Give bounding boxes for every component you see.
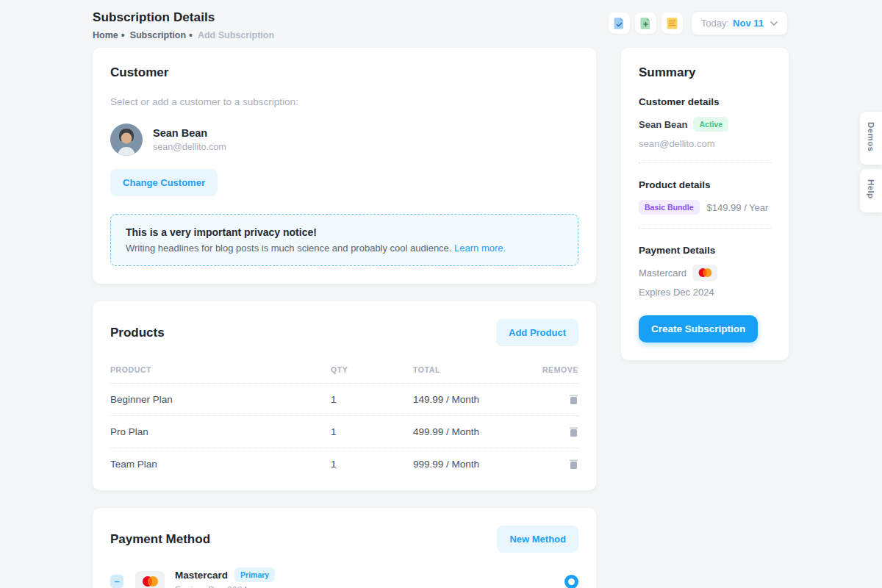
customer-card: Customer Select or add a customer to a s… (93, 48, 596, 284)
remove-product-button[interactable] (542, 426, 578, 437)
products-card: Products Add Product PRODUCT QTY TOTAL R… (93, 301, 596, 490)
new-method-button[interactable]: New Method (497, 526, 578, 553)
product-total: 999.99 / Month (413, 459, 542, 470)
product-name: Pro Plan (110, 426, 331, 437)
trash-icon (569, 426, 578, 437)
trash-icon (569, 459, 578, 470)
summary-divider (639, 228, 771, 229)
privacy-notice: This is a very important privacy notice!… (110, 214, 578, 266)
product-total: 149.99 / Month (413, 394, 542, 405)
method-info: Mastercard Primary Expires Dec 2024 (175, 567, 275, 588)
help-tab[interactable]: Help (860, 169, 882, 212)
breadcrumb-separator: • (121, 30, 125, 40)
page-header: Subscription Details Home• Subscription•… (93, 10, 274, 40)
product-qty: 1 (331, 394, 413, 405)
breadcrumb-separator: • (189, 30, 193, 40)
change-customer-button[interactable]: Change Customer (110, 169, 218, 196)
document-add-button[interactable] (635, 12, 656, 34)
customer-card-title: Customer (110, 65, 578, 80)
method-selected-radio[interactable] (564, 575, 578, 588)
main-column: Customer Select or add a customer to a s… (93, 48, 596, 588)
chevron-down-icon (770, 21, 778, 26)
payment-method-card: Payment Method New Method – Mastercard P… (93, 508, 596, 588)
privacy-notice-body: Writing headlines for blog posts is much… (126, 243, 563, 254)
customer-card-subtitle: Select or add a customer to a subscripti… (110, 96, 578, 107)
customer-identity: Sean Bean sean@dellito.com (153, 127, 226, 152)
demos-tab[interactable]: Demos (860, 112, 882, 165)
remove-product-button[interactable] (542, 459, 578, 470)
privacy-notice-text: Writing headlines for blog posts is much… (126, 243, 451, 254)
products-card-title: Products (110, 326, 165, 340)
column-remove: REMOVE (542, 365, 578, 374)
customer-row: Sean Bean sean@dellito.com (110, 123, 578, 156)
breadcrumb-home[interactable]: Home (93, 30, 118, 40)
summary-payment-expires: Expires Dec 2024 (639, 287, 771, 298)
column-product: PRODUCT (110, 365, 331, 374)
summary-card: Summary Customer details Sean Bean Activ… (621, 48, 789, 360)
product-name: Team Plan (110, 459, 331, 470)
summary-customer-name: Sean Bean (639, 119, 687, 130)
summary-divider (639, 162, 771, 163)
products-table-header: PRODUCT QTY TOTAL REMOVE (110, 365, 578, 384)
method-brand: Mastercard (175, 570, 228, 581)
mastercard-icon (135, 571, 165, 588)
page-title: Subscription Details (93, 10, 274, 25)
breadcrumb: Home• Subscription• Add Subscription (93, 30, 274, 40)
demos-tab-label: Demos (867, 122, 875, 151)
customer-email: sean@dellito.com (153, 142, 226, 152)
summary-customer-heading: Customer details (639, 96, 771, 107)
customer-avatar (110, 123, 143, 156)
page: Subscription Details Home• Subscription•… (0, 0, 882, 588)
summary-customer-email: sean@dellito.com (639, 138, 771, 149)
document-add-icon (640, 17, 651, 29)
column-total: TOTAL (413, 365, 542, 374)
table-row: Beginner Plan 1 149.99 / Month (110, 384, 578, 416)
primary-badge: Primary (234, 567, 275, 582)
summary-payment-brand: Mastercard (639, 268, 686, 279)
document-check-button[interactable] (609, 12, 630, 34)
product-qty: 1 (331, 459, 413, 470)
bundle-badge: Basic Bundle (639, 200, 700, 215)
payment-card-title: Payment Method (110, 532, 210, 547)
toolbar: Today: Nov 11 (609, 11, 788, 35)
today-label: Today: (701, 18, 729, 29)
table-row: Pro Plan 1 499.99 / Month (110, 416, 578, 448)
today-value: Nov 11 (733, 18, 764, 29)
document-check-icon (614, 17, 625, 29)
edge-tabs: Demos Help (860, 112, 882, 212)
products-table: PRODUCT QTY TOTAL REMOVE Beginner Plan 1… (110, 365, 578, 473)
table-row: Team Plan 1 999.99 / Month (110, 448, 578, 473)
bundle-price: $149.99 / Year (707, 202, 769, 213)
date-selector[interactable]: Today: Nov 11 (691, 11, 788, 35)
collapse-method-button[interactable]: – (110, 575, 123, 588)
column-qty: QTY (331, 365, 413, 374)
product-name: Beginner Plan (110, 394, 331, 405)
remove-product-button[interactable] (542, 394, 578, 405)
method-expires: Expires Dec 2024 (175, 585, 275, 588)
summary-payment-heading: Payment Details (639, 245, 771, 256)
mastercard-icon (692, 265, 717, 281)
breadcrumb-add-subscription: Add Subscription (198, 30, 274, 40)
document-lines-icon (667, 17, 678, 29)
breadcrumb-subscription[interactable]: Subscription (130, 30, 186, 40)
help-tab-label: Help (867, 179, 875, 199)
learn-more-link[interactable]: Learn more. (454, 243, 506, 254)
privacy-notice-title: This is a very important privacy notice! (126, 226, 563, 238)
summary-title: Summary (639, 65, 771, 80)
document-lines-button[interactable] (662, 12, 683, 34)
summary-product-heading: Product details (639, 179, 771, 190)
product-total: 499.99 / Month (413, 426, 542, 437)
customer-name: Sean Bean (153, 127, 226, 139)
create-subscription-button[interactable]: Create Subscription (639, 315, 758, 343)
trash-icon (569, 394, 578, 405)
active-status-badge: Active (693, 117, 728, 132)
payment-method-row: – Mastercard Primary Expires Dec 2024 (110, 567, 578, 588)
product-qty: 1 (331, 426, 413, 437)
add-product-button[interactable]: Add Product (496, 319, 578, 346)
